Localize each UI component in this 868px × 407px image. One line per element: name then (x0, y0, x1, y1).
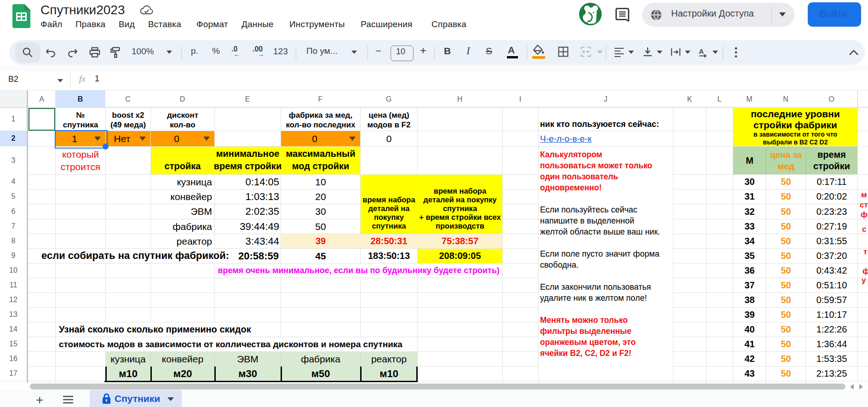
svg-text:A: A (699, 47, 704, 55)
